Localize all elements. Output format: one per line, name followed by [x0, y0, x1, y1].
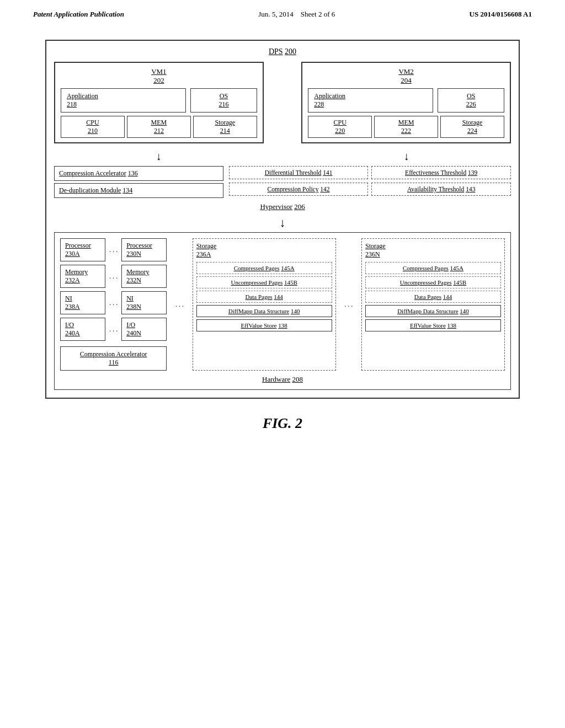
avail-thresh-box: Availability Threshold 143 [371, 183, 511, 196]
effvalue-a-box: EffValue Store 138 [196, 319, 332, 331]
dedup-box: De-duplication Module 134 [54, 183, 223, 198]
figure-label: FIG. 2 [263, 415, 302, 432]
vm2-title: VM2 204 [308, 67, 504, 85]
eff-thresh-box: Effectiveness Threshold 139 [371, 166, 511, 179]
dps-label: DPS 200 [54, 47, 511, 56]
cpu1-box: CPU 210 [61, 116, 125, 138]
vm1-box: VM1 202 Application 218 OS 216 CPU [54, 62, 264, 143]
mem-a-box: Memory 232A [60, 265, 105, 288]
vm2-down-arrow: ↓ [302, 150, 511, 163]
proc-n-box: Processor 230N [121, 238, 167, 261]
page-header: Patent Application Publication Jun. 5, 2… [0, 0, 565, 23]
hardware-label: Hardware 208 [60, 375, 505, 384]
hardware-box: Processor 230A . . . Processor 230N Memo… [54, 232, 511, 390]
proc-a-box: Processor 230A [60, 238, 105, 261]
ni-pair-row: NI 238A . . . NI 238N [60, 291, 167, 314]
os1-box: OS 216 [190, 88, 257, 113]
main-content: DPS 200 VM1 202 Application 218 OS 216 [0, 23, 565, 443]
data-pages-n-box: Data Pages 144 [365, 291, 501, 303]
proc-col: Processor 230A . . . Processor 230N Memo… [60, 238, 167, 371]
hypervisor-area: Compression Accelerator 136 De-duplicati… [54, 166, 511, 198]
dots-3: . . . [108, 299, 119, 307]
hypervisor-label: Hypervisor 206 [54, 202, 511, 211]
ni-n-box: NI 238N [121, 291, 167, 314]
vm1-title: VM1 202 [61, 67, 257, 85]
io-n-box: I/O 240N [121, 318, 167, 341]
diffmapp-n-box: DiffMapp Data Structure 140 [365, 305, 501, 317]
header-center: Jun. 5, 2014 Sheet 2 of 6 [258, 10, 335, 19]
mem-n-box: Memory 232N [121, 265, 167, 288]
cpu2-box: CPU 220 [308, 116, 372, 138]
header-left: Patent Application Publication [33, 10, 124, 19]
io-a-box: I/O 240A [60, 318, 105, 341]
dots-2: . . . [108, 272, 119, 281]
dots-4: . . . [108, 325, 119, 334]
vm1-hw-row: CPU 210 MEM 212 Storage 214 [61, 116, 257, 138]
thresh-row-1: Differential Threshold 141 Effectiveness… [229, 166, 511, 179]
ni-a-box: NI 238A [60, 291, 105, 314]
diff-thresh-box: Differential Threshold 141 [229, 166, 369, 179]
comp-pages-a-box: Compressed Pages 145A [196, 262, 332, 274]
mem1-box: MEM 212 [127, 116, 191, 138]
comp-accel-hw-box: Compression Accelerator 116 [60, 346, 167, 371]
storage-n-col: Storage 236N Compressed Pages 145A Uncom… [361, 238, 505, 371]
vm1-down-arrow: ↓ [54, 150, 263, 163]
comp-policy-box: Compression Policy 142 [229, 183, 369, 196]
thresh-grid: Differential Threshold 141 Effectiveness… [229, 166, 511, 196]
comp-pages-n-box: Compressed Pages 145A [365, 262, 501, 274]
comp-accel-box: Compression Accelerator 136 [54, 166, 223, 181]
proc-pair-row: Processor 230A . . . Processor 230N [60, 238, 167, 261]
storage-a-title: Storage 236A [196, 242, 332, 259]
hw-section-row: Processor 230A . . . Processor 230N Memo… [60, 238, 505, 371]
dps-box: DPS 200 VM1 202 Application 218 OS 216 [45, 40, 520, 399]
app1-box: Application 218 [61, 88, 186, 113]
thresh-row-2: Compression Policy 142 Availability Thre… [229, 183, 511, 196]
spacer-dots-2: . . . [342, 238, 356, 371]
hypervisor-down-arrow: ↓ [54, 216, 511, 230]
vm2-inner-row: Application 228 OS 226 [308, 88, 504, 113]
vm1-inner-row: Application 218 OS 216 [61, 88, 257, 113]
uncomp-pages-n-box: Uncompressed Pages 145B [365, 276, 501, 288]
storage1-box: Storage 214 [193, 116, 257, 138]
uncomp-pages-a-box: Uncompressed Pages 145B [196, 276, 332, 288]
storage-n-title: Storage 236N [365, 242, 501, 259]
vm2-hw-row: CPU 220 MEM 222 Storage 224 [308, 116, 504, 138]
spacer-dots-1: . . . [172, 238, 186, 371]
data-pages-a-box: Data Pages 144 [196, 291, 332, 303]
vm2-box: VM2 204 Application 228 OS 226 CPU [301, 62, 511, 143]
storage-a-col: Storage 236A Compressed Pages 145A Uncom… [193, 238, 336, 371]
storage2-box: Storage 224 [440, 116, 504, 138]
header-right: US 2014/0156608 A1 [470, 10, 532, 19]
os2-box: OS 226 [438, 88, 504, 113]
diffmapp-a-box: DiffMapp Data Structure 140 [196, 305, 332, 317]
dots-1: . . . [108, 246, 119, 254]
mem2-box: MEM 222 [374, 116, 438, 138]
io-pair-row: I/O 240A . . . I/O 240N [60, 318, 167, 341]
app2-box: Application 228 [308, 88, 433, 113]
effvalue-n-box: EffValue Store 138 [365, 319, 501, 331]
mem-pair-row: Memory 232A . . . Memory 232N [60, 265, 167, 288]
comp-accel-col: Compression Accelerator 136 De-duplicati… [54, 166, 223, 198]
vm-row: VM1 202 Application 218 OS 216 CPU [54, 62, 511, 143]
